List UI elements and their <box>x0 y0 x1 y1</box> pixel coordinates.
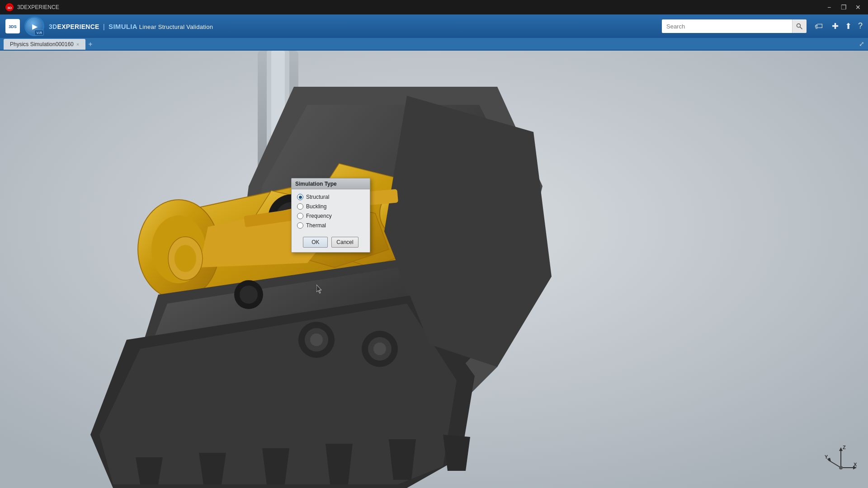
help-button[interactable]: ? <box>858 21 863 31</box>
radio-structural[interactable] <box>297 194 303 200</box>
close-button[interactable]: ✕ <box>854 4 863 11</box>
tab-label: Physics Simulation000160 <box>10 41 74 47</box>
svg-line-5 <box>800 27 802 29</box>
axis-indicator: Z Y X <box>823 443 859 479</box>
radio-option-buckling[interactable]: Buckling <box>297 203 364 210</box>
dialog-body: Structural Buckling Frequency Thermal <box>292 189 370 233</box>
3d-scene <box>0 51 868 488</box>
cancel-button[interactable]: Cancel <box>331 237 358 248</box>
svg-marker-36 <box>443 435 470 471</box>
dialog-buttons: OK Cancel <box>292 233 370 252</box>
search-bar[interactable] <box>662 19 807 33</box>
add-button[interactable]: ✚ <box>832 21 839 31</box>
toolbar-icons: 🏷 <box>815 22 823 31</box>
svg-marker-33 <box>262 448 289 484</box>
radio-option-thermal[interactable]: Thermal <box>297 222 364 229</box>
minimize-button[interactable]: − <box>825 4 834 11</box>
restore-button[interactable]: ❐ <box>839 4 848 11</box>
3d-logo-icon: 3DS <box>5 19 20 33</box>
radio-thermal[interactable] <box>297 222 303 229</box>
app-subtitle: Linear Structural Validation <box>139 23 213 30</box>
radio-label-frequency: Frequency <box>306 213 332 219</box>
svg-text:X: X <box>854 462 857 467</box>
svg-text:3D: 3D <box>7 6 12 10</box>
simulation-type-dialog[interactable]: Simulation Type Structural Buckling Freq… <box>291 178 370 253</box>
svg-marker-31 <box>136 457 163 484</box>
svg-point-41 <box>310 333 323 346</box>
titlebar-app-name: 3DEXPERIENCE <box>17 4 825 10</box>
radio-frequency[interactable] <box>297 213 303 219</box>
svg-text:Y: Y <box>825 454 828 460</box>
svg-text:Z: Z <box>843 445 846 450</box>
tag-icon[interactable]: 🏷 <box>815 22 823 31</box>
main-toolbar: 3DS ▶ V.R 3DEXPERIENCE | SIMULIALinear S… <box>0 14 868 38</box>
svg-marker-34 <box>326 444 353 484</box>
ok-button[interactable]: OK <box>303 237 328 248</box>
window-controls: − ❐ ✕ <box>825 4 863 11</box>
search-input[interactable] <box>662 19 792 33</box>
expand-button[interactable]: ⤢ <box>859 40 864 47</box>
tab-close-button[interactable]: × <box>76 42 79 47</box>
svg-marker-48 <box>839 447 843 451</box>
svg-point-30 <box>175 245 196 272</box>
tab-bar: Physics Simulation000160 × + ⤢ <box>0 38 868 51</box>
search-icon <box>796 23 802 29</box>
radio-buckling[interactable] <box>297 203 303 210</box>
svg-point-44 <box>373 343 386 355</box>
share-button[interactable]: ⬆ <box>845 21 852 31</box>
svg-point-56 <box>839 466 843 469</box>
svg-marker-32 <box>199 453 226 484</box>
brand-simulia: SIMULIA <box>108 23 137 30</box>
radio-option-structural[interactable]: Structural <box>297 194 364 200</box>
axis-svg: Z Y X <box>823 443 859 479</box>
svg-point-46 <box>240 286 258 304</box>
toolbar-right-actions: ✚ ⬆ ? <box>832 21 863 31</box>
version-badge: V.R <box>34 30 44 36</box>
svg-line-50 <box>828 460 841 468</box>
brand-3d: 3D <box>49 23 57 30</box>
svg-marker-35 <box>389 439 416 480</box>
radio-label-buckling: Buckling <box>306 203 326 210</box>
app-title: 3DEXPERIENCE | SIMULIALinear Structural … <box>49 23 213 30</box>
radio-label-thermal: Thermal <box>306 222 326 229</box>
radio-label-structural: Structural <box>306 194 329 200</box>
dialog-titlebar[interactable]: Simulation Type <box>292 178 370 189</box>
3d-viewport[interactable]: Simulation Type Structural Buckling Freq… <box>0 51 868 488</box>
brand-exp: EXPERIENCE <box>57 23 99 30</box>
dialog-title: Simulation Type <box>295 181 366 187</box>
svg-text:3DS: 3DS <box>9 24 17 29</box>
radio-dot-structural <box>299 196 302 199</box>
titlebar: 3D 3DEXPERIENCE − ❐ ✕ <box>0 0 868 14</box>
search-button[interactable] <box>792 19 807 33</box>
app-logo-icon: 3D <box>5 3 14 11</box>
play-icon: ▶ <box>32 22 38 31</box>
play-button[interactable]: ▶ V.R <box>24 16 44 36</box>
radio-option-frequency[interactable]: Frequency <box>297 213 364 219</box>
active-tab[interactable]: Physics Simulation000160 × <box>4 39 85 50</box>
add-tab-button[interactable]: + <box>85 39 95 50</box>
separator: | <box>101 23 107 30</box>
